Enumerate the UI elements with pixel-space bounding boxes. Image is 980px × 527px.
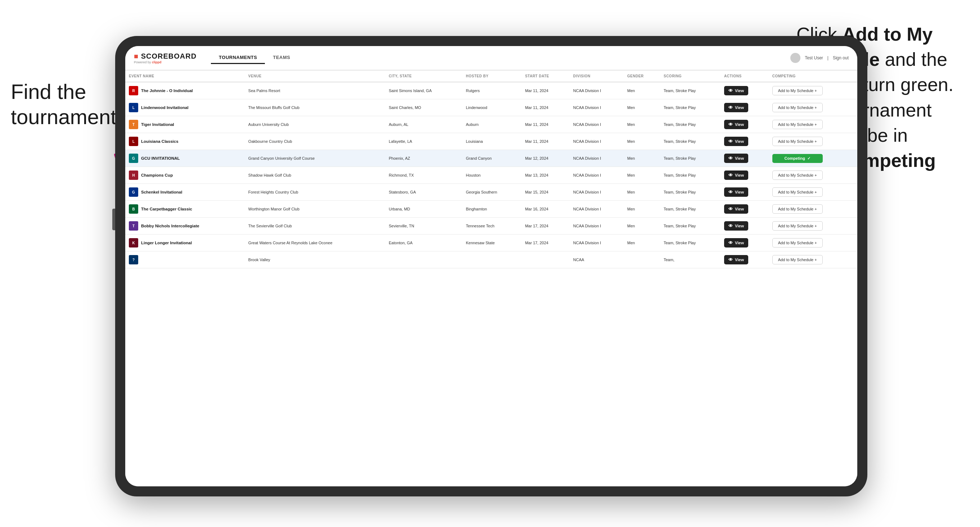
view-button[interactable]: 👁 View — [724, 170, 748, 180]
cell-competing: Add to My Schedule + — [769, 201, 857, 217]
eye-icon: 👁 — [729, 224, 733, 229]
cell-venue: The Missouri Bluffs Golf Club — [245, 99, 385, 116]
col-header-event: EVENT NAME — [125, 70, 245, 82]
cell-actions: 👁 View — [721, 116, 769, 133]
add-schedule-button[interactable]: Add to My Schedule + — [772, 103, 823, 112]
view-button[interactable]: 👁 View — [724, 255, 748, 264]
event-name: Lindenwood Invitational — [141, 105, 189, 110]
add-schedule-button[interactable]: Add to My Schedule + — [772, 221, 823, 230]
add-schedule-button[interactable]: Add to My Schedule + — [772, 170, 823, 180]
add-schedule-label: Add to My Schedule + — [778, 89, 817, 93]
view-button[interactable]: 👁 View — [724, 154, 748, 163]
cell-event: L Louisiana Classics — [125, 133, 245, 150]
cell-scoring: Team, Stroke Play — [660, 116, 721, 133]
add-schedule-label: Add to My Schedule + — [778, 241, 817, 245]
cell-city — [385, 251, 462, 268]
cell-event: K Linger Longer Invitational — [125, 235, 245, 251]
view-button[interactable]: 👁 View — [724, 103, 748, 112]
cell-hosted: Lindenwood — [462, 99, 521, 116]
add-schedule-button[interactable]: Add to My Schedule + — [772, 187, 823, 197]
user-label: Test User — [805, 56, 823, 60]
logo-area: ■ SCOREBOARD Powered by clippd — [134, 52, 197, 64]
cell-venue: Oakbourne Country Club — [245, 133, 385, 150]
cell-event: ? — [125, 251, 245, 268]
view-label: View — [735, 122, 744, 127]
team-logo: L — [129, 137, 138, 146]
cell-event: T Tiger Invitational — [125, 116, 245, 133]
add-schedule-label: Add to My Schedule + — [778, 139, 817, 143]
cell-event: G GCU INVITATIONAL — [125, 150, 245, 167]
view-label: View — [735, 89, 744, 93]
cell-gender: Men — [624, 184, 660, 201]
view-button[interactable]: 👁 View — [724, 221, 748, 230]
competing-button[interactable]: Competing ✓ — [772, 154, 823, 163]
team-logo: T — [129, 221, 138, 230]
add-schedule-button[interactable]: Add to My Schedule + — [772, 137, 823, 146]
col-header-division: DIVISION — [570, 70, 624, 82]
cell-date: Mar 17, 2024 — [522, 217, 570, 235]
signout-link[interactable]: Sign out — [833, 56, 849, 60]
cell-gender: Men — [624, 99, 660, 116]
cell-scoring: Team, — [660, 251, 721, 268]
cell-date: Mar 11, 2024 — [522, 116, 570, 133]
cell-venue: Auburn University Club — [245, 116, 385, 133]
view-button[interactable]: 👁 View — [724, 137, 748, 146]
view-button[interactable]: 👁 View — [724, 238, 748, 248]
cell-venue: Shadow Hawk Golf Club — [245, 167, 385, 184]
cell-date: Mar 17, 2024 — [522, 235, 570, 251]
cell-date — [522, 251, 570, 268]
cell-city: Richmond, TX — [385, 167, 462, 184]
tab-teams[interactable]: TEAMS — [265, 52, 298, 64]
cell-scoring: Team, Stroke Play — [660, 150, 721, 167]
view-label: View — [735, 173, 744, 177]
tab-tournaments[interactable]: TOURNAMENTS — [211, 52, 265, 64]
cell-gender: Men — [624, 116, 660, 133]
cell-competing: Add to My Schedule + — [769, 133, 857, 150]
cell-competing: Add to My Schedule + — [769, 217, 857, 235]
event-name: Linger Longer Invitational — [141, 241, 192, 245]
table-row: G GCU INVITATIONAL Grand Canyon Universi… — [125, 150, 857, 167]
cell-competing: Add to My Schedule + — [769, 99, 857, 116]
cell-actions: 👁 View — [721, 251, 769, 268]
cell-hosted: Georgia Southern — [462, 184, 521, 201]
add-schedule-label: Add to My Schedule + — [778, 190, 817, 194]
event-name: Schenkel Invitational — [141, 190, 182, 194]
cell-date: Mar 16, 2024 — [522, 201, 570, 217]
table-container: EVENT NAME VENUE CITY, STATE HOSTED BY S… — [125, 70, 857, 486]
tournaments-table: EVENT NAME VENUE CITY, STATE HOSTED BY S… — [125, 70, 857, 268]
table-row: ? Brook Valley NCAA Team, 👁 View Add to … — [125, 251, 857, 268]
tablet-frame: ■ SCOREBOARD Powered by clippd TOURNAMEN… — [115, 36, 867, 497]
cell-gender: Men — [624, 150, 660, 167]
cell-gender: Men — [624, 82, 660, 99]
view-button[interactable]: 👁 View — [724, 187, 748, 197]
add-schedule-button[interactable]: Add to My Schedule + — [772, 204, 823, 214]
add-schedule-button[interactable]: Add to My Schedule + — [772, 86, 823, 95]
add-schedule-button[interactable]: Add to My Schedule + — [772, 238, 823, 248]
table-header-row: EVENT NAME VENUE CITY, STATE HOSTED BY S… — [125, 70, 857, 82]
add-schedule-button[interactable]: Add to My Schedule + — [772, 255, 823, 264]
col-header-date: START DATE — [522, 70, 570, 82]
cell-hosted: Auburn — [462, 116, 521, 133]
view-label: View — [735, 257, 744, 262]
team-logo: G — [129, 187, 138, 197]
cell-competing: Add to My Schedule + — [769, 116, 857, 133]
cell-event: T Bobby Nichols Intercollegiate — [125, 217, 245, 235]
cell-actions: 👁 View — [721, 82, 769, 99]
add-schedule-button[interactable]: Add to My Schedule + — [772, 120, 823, 129]
view-button[interactable]: 👁 View — [724, 120, 748, 129]
view-button[interactable]: 👁 View — [724, 86, 748, 95]
cell-gender: Men — [624, 217, 660, 235]
team-logo: L — [129, 103, 138, 112]
cell-venue: Great Waters Course At Reynolds Lake Oco… — [245, 235, 385, 251]
cell-city: Lafayette, LA — [385, 133, 462, 150]
annotation-left: Find thetournament. — [11, 79, 123, 129]
cell-city: Urbana, MD — [385, 201, 462, 217]
event-name: Bobby Nichols Intercollegiate — [141, 224, 199, 228]
col-header-gender: GENDER — [624, 70, 660, 82]
cell-actions: 👁 View — [721, 133, 769, 150]
cell-date: Mar 12, 2024 — [522, 150, 570, 167]
team-logo: ? — [129, 255, 138, 264]
cell-gender: Men — [624, 133, 660, 150]
cell-event: L Lindenwood Invitational — [125, 99, 245, 116]
view-button[interactable]: 👁 View — [724, 204, 748, 214]
